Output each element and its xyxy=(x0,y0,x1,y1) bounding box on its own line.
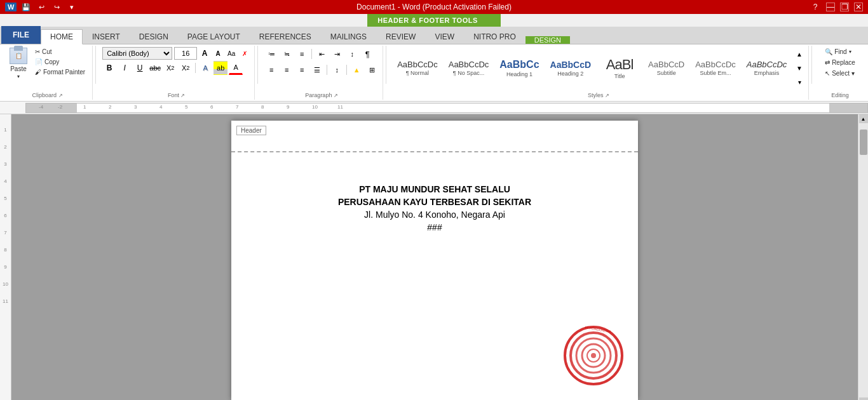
find-button[interactable]: 🔍 Find ▾ xyxy=(822,47,854,57)
show-marks-button[interactable]: ¶ xyxy=(360,47,374,61)
font-size-input[interactable] xyxy=(174,47,197,60)
styles-more[interactable]: ▾ xyxy=(794,76,804,89)
font-color-button[interactable]: A xyxy=(229,61,243,75)
select-button[interactable]: ↖ Select ▾ xyxy=(822,69,858,78)
clear-formatting-button[interactable]: ✗ xyxy=(239,48,250,59)
style-heading2-preview: AaBbCcD xyxy=(550,60,592,69)
paste-button[interactable]: 📋 Paste ▾ xyxy=(6,47,31,80)
decrease-indent-button[interactable]: ⇤ xyxy=(315,47,329,61)
increase-indent-button[interactable]: ⇥ xyxy=(330,47,344,61)
line-spacing-button[interactable]: ↕ xyxy=(330,63,344,77)
document-line3: Jl. Mulyo No. 4 Konoho, Negara Api xyxy=(269,210,600,220)
clipboard-dialog-launcher[interactable]: ↗ xyxy=(58,93,63,98)
document-content: PT MAJU MUNDUR SEHAT SELALU PERUSAHAAN K… xyxy=(269,184,600,232)
style-heading2-label: Heading 2 xyxy=(557,70,583,77)
separator-2 xyxy=(257,46,258,84)
watermark-svg: KEPOINDONESIA xyxy=(562,324,625,387)
save-qat-button[interactable]: 💾 xyxy=(20,1,32,13)
italic-button[interactable]: I xyxy=(118,61,132,75)
document-scroll-area[interactable]: Header PT MAJU MUNDUR SEHAT SELALU PERUS… xyxy=(11,114,858,400)
context-toolbar: HEADER & FOOTER TOOLS xyxy=(0,14,868,27)
superscript-button[interactable]: X2 xyxy=(179,61,193,75)
style-no-spacing[interactable]: AaBbCcDc ¶ No Spac... xyxy=(444,48,494,89)
cut-button[interactable]: ✂ Cut xyxy=(32,47,88,57)
bold-button[interactable]: B xyxy=(102,61,116,75)
redo-qat-button[interactable]: ↪ xyxy=(51,1,62,13)
style-emphasis[interactable]: AaBbCcDc Emphasis xyxy=(742,48,792,89)
style-subtitle[interactable]: AaBbCcD Subtitle xyxy=(644,48,689,89)
tab-file[interactable]: FILE xyxy=(1,26,41,44)
align-right-button[interactable]: ≡ xyxy=(295,63,309,77)
font-grow-button[interactable]: A xyxy=(199,48,210,59)
tab-home[interactable]: HOME xyxy=(41,29,83,44)
scroll-down-button[interactable]: ▼ xyxy=(859,397,868,400)
tab-review[interactable]: REVIEW xyxy=(376,29,425,44)
close-button[interactable]: ✕ xyxy=(854,3,863,11)
font-dialog-launcher[interactable]: ↗ xyxy=(180,93,185,98)
strikethrough-button[interactable]: abc xyxy=(148,61,162,75)
font-label: Font ↗ xyxy=(98,92,254,98)
scroll-track[interactable] xyxy=(859,123,868,397)
tab-nitro-pro[interactable]: NITRO PRO xyxy=(464,29,526,44)
center-button[interactable]: ≡ xyxy=(280,63,294,77)
style-title[interactable]: AaBl Title xyxy=(597,48,642,89)
style-subtle-emphasis[interactable]: AaBbCcDc Subtle Em... xyxy=(691,48,740,89)
tab-insert[interactable]: INSERT xyxy=(83,29,130,44)
quick-access-toolbar: W 💾 ↩ ↪ ▾ xyxy=(5,1,78,13)
separator-4 xyxy=(811,46,812,84)
tab-design[interactable]: DESIGN xyxy=(130,29,178,44)
numbering-button[interactable]: ≒ xyxy=(280,47,294,61)
font-name-select[interactable]: Calibri (Body) xyxy=(102,47,172,60)
scroll-up-button[interactable]: ▲ xyxy=(859,114,868,123)
multilevel-button[interactable]: ≡ xyxy=(295,47,309,61)
underline-button[interactable]: U xyxy=(133,61,147,75)
format-painter-button[interactable]: 🖌 Format Painter xyxy=(32,67,88,77)
shading-button[interactable]: ▲ xyxy=(349,63,363,77)
restore-button[interactable]: ❐ xyxy=(840,3,849,11)
document-page: Header PT MAJU MUNDUR SEHAT SELALU PERUS… xyxy=(231,121,638,400)
paste-dropdown-arrow: ▾ xyxy=(17,74,20,79)
tab-references[interactable]: REFERENCES xyxy=(250,29,321,44)
style-heading2[interactable]: AaBbCcD Heading 2 xyxy=(546,48,596,89)
style-subtitle-label: Subtitle xyxy=(657,70,676,76)
format-painter-label: Format Painter xyxy=(43,69,85,76)
font-shrink-button[interactable]: A xyxy=(212,48,224,59)
document-line4: ### xyxy=(269,222,600,232)
justify-button[interactable]: ☰ xyxy=(310,63,324,77)
copy-button[interactable]: 📄 Copy xyxy=(32,57,88,67)
styles-label: Styles ↗ xyxy=(389,92,808,98)
align-left-button[interactable]: ≡ xyxy=(264,63,278,77)
sort-button[interactable]: ↕ xyxy=(345,47,359,61)
paragraph-dialog-launcher[interactable]: ↗ xyxy=(334,93,338,98)
style-heading1[interactable]: AaBbCc Heading 1 xyxy=(495,48,543,89)
styles-scroll-up[interactable]: ▲ xyxy=(794,48,804,61)
borders-button[interactable]: ⊞ xyxy=(365,63,379,77)
minimize-button[interactable]: — xyxy=(826,3,835,11)
customize-qat-button[interactable]: ▾ xyxy=(66,1,78,13)
text-effects-button[interactable]: A xyxy=(198,61,212,75)
replace-button[interactable]: ⇄ Replace xyxy=(822,58,858,67)
horizontal-ruler: -4 -2 1 2 3 4 5 6 7 8 9 10 11 xyxy=(25,103,868,113)
style-normal[interactable]: AaBbCcDc ¶ Normal xyxy=(393,48,442,89)
tab-page-layout[interactable]: PAGE LAYOUT xyxy=(178,29,250,44)
find-dropdown: ▾ xyxy=(849,49,851,55)
scroll-thumb[interactable] xyxy=(860,130,867,155)
style-no-spacing-preview: AaBbCcDc xyxy=(449,60,489,69)
change-case-button[interactable]: Aa xyxy=(226,48,237,59)
title-bar: W 💾 ↩ ↪ ▾ Document1 - Word (Product Acti… xyxy=(0,0,868,14)
doc-area: 1 2 3 4 5 6 7 8 9 10 11 Header PT MAJU M… xyxy=(0,114,868,400)
styles-dialog-launcher[interactable]: ↗ xyxy=(605,93,609,98)
highlight-color-button[interactable]: ab xyxy=(214,61,227,75)
tab-header-footer-design[interactable]: DESIGN xyxy=(526,36,570,44)
font-sep xyxy=(195,63,196,73)
undo-qat-button[interactable]: ↩ xyxy=(36,1,47,13)
help-button[interactable]: ? xyxy=(810,1,821,13)
subscript-button[interactable]: X2 xyxy=(163,61,177,75)
tab-view[interactable]: VIEW xyxy=(425,29,464,44)
find-label: Find xyxy=(834,48,846,55)
vertical-scrollbar[interactable]: ▲ ▼ xyxy=(858,114,868,400)
bullets-button[interactable]: ≔ xyxy=(264,47,278,61)
cut-label: Cut xyxy=(42,48,52,55)
styles-scroll-down[interactable]: ▼ xyxy=(794,62,804,75)
tab-mailings[interactable]: MAILINGS xyxy=(321,29,376,44)
